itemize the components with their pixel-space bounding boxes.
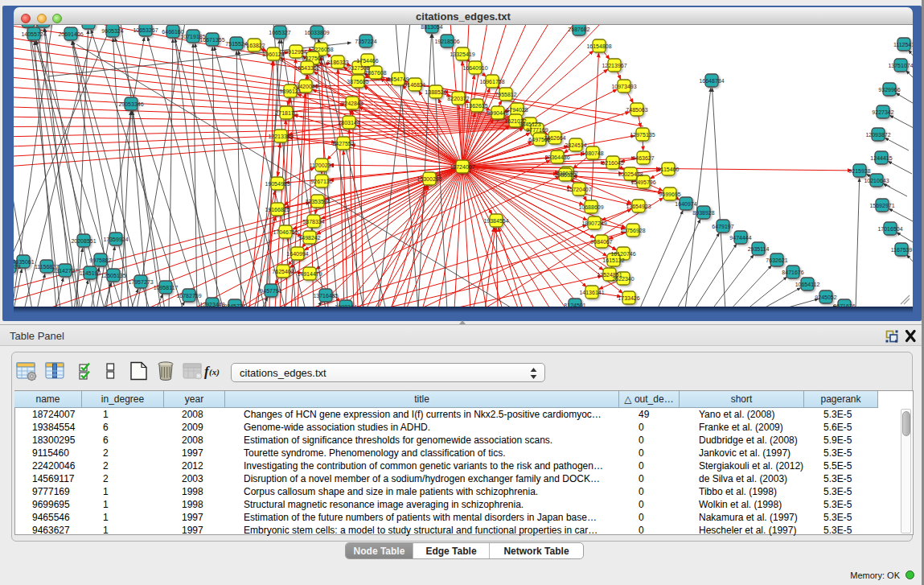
svg-text:16120746: 16120746 bbox=[610, 251, 635, 257]
svg-text:8427552: 8427552 bbox=[332, 141, 354, 146]
svg-text:9267130: 9267130 bbox=[310, 179, 332, 184]
svg-text:19384554: 19384554 bbox=[483, 218, 508, 224]
svg-text:9463627: 9463627 bbox=[632, 155, 654, 161]
svg-text:13654923: 13654923 bbox=[626, 204, 651, 209]
svg-text:9084067: 9084067 bbox=[590, 239, 612, 245]
svg-text:15692971: 15692971 bbox=[869, 203, 894, 208]
svg-text:9242848: 9242848 bbox=[341, 101, 363, 106]
svg-text:1112541: 1112541 bbox=[893, 42, 913, 47]
svg-text:16671355: 16671355 bbox=[199, 37, 224, 43]
svg-text:7632621: 7632621 bbox=[766, 257, 787, 263]
svg-text:2718170: 2718170 bbox=[275, 110, 297, 116]
svg-text:19218506: 19218506 bbox=[434, 39, 459, 44]
svg-text:9777169: 9777169 bbox=[526, 127, 548, 133]
svg-text:1362635: 1362635 bbox=[466, 103, 487, 109]
svg-text:10756928: 10756928 bbox=[620, 228, 645, 233]
svg-text:20364436: 20364436 bbox=[544, 154, 569, 160]
svg-text:6479197: 6479197 bbox=[712, 224, 733, 229]
svg-text:16648784: 16648784 bbox=[699, 78, 724, 84]
svg-text:9329966: 9329966 bbox=[878, 87, 900, 93]
svg-text:17359924: 17359924 bbox=[103, 237, 128, 242]
svg-text:6216045: 6216045 bbox=[602, 160, 623, 166]
svg-text:12213389: 12213389 bbox=[268, 134, 293, 139]
svg-text:7485063: 7485063 bbox=[626, 107, 647, 113]
svg-text:2867608: 2867608 bbox=[364, 70, 386, 76]
svg-text:9215938: 9215938 bbox=[848, 168, 870, 174]
svg-text:6794028: 6794028 bbox=[506, 107, 528, 113]
svg-text:16782759: 16782759 bbox=[176, 293, 201, 299]
svg-text:3824514: 3824514 bbox=[565, 142, 586, 148]
svg-text:1615132: 1615132 bbox=[602, 257, 624, 263]
svg-text:(x): (x) bbox=[209, 367, 220, 377]
svg-text:10973493: 10973493 bbox=[611, 84, 636, 89]
svg-text:9115460: 9115460 bbox=[658, 167, 680, 172]
svg-text:29053346: 29053346 bbox=[118, 101, 143, 107]
svg-text:8960124: 8960124 bbox=[262, 51, 284, 57]
svg-text:16640910: 16640910 bbox=[462, 65, 487, 71]
svg-text:10688609: 10688609 bbox=[578, 204, 603, 210]
svg-text:9146821: 9146821 bbox=[404, 82, 425, 88]
svg-text:8938928: 8938928 bbox=[692, 210, 714, 216]
svg-text:20208551: 20208551 bbox=[71, 238, 96, 244]
svg-text:11156827: 11156827 bbox=[35, 264, 59, 270]
svg-text:8813054: 8813054 bbox=[421, 25, 442, 30]
svg-text:18907249: 18907249 bbox=[581, 220, 606, 226]
svg-text:12213967: 12213967 bbox=[602, 63, 626, 68]
svg-text:16154808: 16154808 bbox=[586, 43, 611, 49]
svg-text:15720407: 15720407 bbox=[566, 187, 591, 192]
svg-text:9498242: 9498242 bbox=[298, 235, 320, 241]
svg-text:1640994: 1640994 bbox=[286, 251, 308, 257]
svg-text:7357224: 7357224 bbox=[355, 39, 376, 44]
svg-text:1080748: 1080748 bbox=[581, 150, 603, 156]
svg-text:14914479: 14914479 bbox=[297, 271, 322, 277]
svg-text:1145193: 1145193 bbox=[80, 270, 101, 276]
svg-text:9845123: 9845123 bbox=[519, 122, 540, 127]
svg-text:9327503: 9327503 bbox=[302, 56, 323, 61]
svg-text:8912954: 8912954 bbox=[285, 49, 306, 55]
svg-text:8454749: 8454749 bbox=[387, 76, 409, 82]
svg-text:1754466: 1754466 bbox=[356, 58, 378, 64]
svg-text:9474444: 9474444 bbox=[729, 235, 751, 241]
svg-text:10025438: 10025438 bbox=[618, 171, 643, 177]
svg-text:10653267: 10653267 bbox=[133, 27, 158, 33]
svg-text:10654112: 10654112 bbox=[795, 282, 820, 287]
svg-text:9699695: 9699695 bbox=[659, 192, 680, 197]
svg-text:7163822: 7163822 bbox=[243, 43, 265, 48]
svg-text:3912933: 3912933 bbox=[14, 264, 21, 270]
svg-text:10210643: 10210643 bbox=[864, 178, 889, 183]
svg-text:7625402: 7625402 bbox=[272, 269, 294, 274]
svg-text:8220372: 8220372 bbox=[447, 96, 469, 101]
svg-text:1951275: 1951275 bbox=[77, 25, 99, 26]
svg-text:9227342: 9227342 bbox=[872, 109, 893, 115]
svg-text:19054985: 19054985 bbox=[265, 181, 290, 187]
svg-text:1733426: 1733426 bbox=[618, 295, 639, 301]
svg-text:1388520: 1388520 bbox=[425, 89, 446, 95]
svg-text:2687682: 2687682 bbox=[568, 27, 589, 32]
svg-text:19166825: 19166825 bbox=[265, 207, 290, 212]
svg-text:1244415: 1244415 bbox=[870, 155, 892, 161]
svg-text:12093872: 12093872 bbox=[865, 132, 890, 138]
svg-text:10958117: 10958117 bbox=[154, 285, 179, 290]
svg-text:13751074: 13751074 bbox=[888, 63, 913, 68]
svg-text:14055724: 14055724 bbox=[21, 31, 46, 37]
svg-text:17046755: 17046755 bbox=[273, 229, 298, 235]
svg-text:18724007: 18724007 bbox=[450, 164, 474, 170]
svg-text:13226058: 13226058 bbox=[308, 47, 333, 52]
svg-text:1065327: 1065327 bbox=[269, 30, 290, 35]
svg-text:5878334: 5878334 bbox=[302, 219, 324, 225]
svg-text:15495796: 15495796 bbox=[630, 179, 655, 185]
svg-text:9896121: 9896121 bbox=[279, 89, 301, 94]
svg-text:9975887: 9975887 bbox=[89, 257, 111, 263]
svg-text:6497568: 6497568 bbox=[528, 137, 550, 142]
svg-text:17016504: 17016504 bbox=[877, 226, 902, 232]
svg-text:2803144: 2803144 bbox=[338, 120, 359, 126]
svg-text:11700231: 11700231 bbox=[310, 163, 335, 168]
svg-text:13325419: 13325419 bbox=[450, 51, 474, 57]
svg-text:3875685: 3875685 bbox=[347, 79, 368, 84]
svg-text:12353594: 12353594 bbox=[305, 199, 330, 204]
svg-text:9457791: 9457791 bbox=[260, 288, 281, 294]
svg-text:20691406: 20691406 bbox=[58, 31, 83, 37]
svg-text:13716485: 13716485 bbox=[313, 293, 338, 299]
svg-text:7955812: 7955812 bbox=[495, 92, 516, 97]
svg-text:17957273: 17957273 bbox=[128, 279, 153, 285]
